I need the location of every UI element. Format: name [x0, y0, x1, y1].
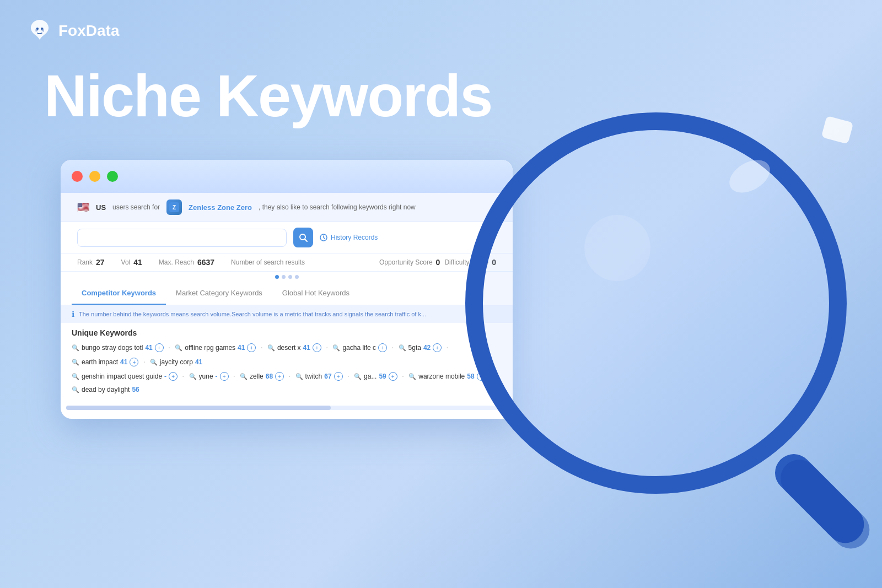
svg-rect-10 — [767, 446, 872, 551]
keyword-item-earth-impact: 🔍 earth impact 41 + — [72, 358, 138, 366]
svg-point-9 — [724, 153, 776, 199]
info-icon: ℹ — [72, 310, 74, 319]
search-mini-icon: 🔍 — [240, 373, 248, 380]
add-keyword-desert-x[interactable]: + — [313, 343, 321, 352]
svg-point-0 — [36, 28, 39, 30]
maximize-dot[interactable] — [107, 171, 118, 182]
foxdata-logo-icon — [26, 18, 53, 44]
opportunity-score-stat: Opportunity Score 0 — [379, 258, 440, 267]
scrollbar-thumb — [66, 406, 331, 410]
search-mini-icon: 🔍 — [72, 344, 79, 352]
keyword-item-5gta: 🔍 5gta 42 + — [399, 343, 442, 352]
search-mini-icon: 🔍 — [72, 359, 79, 366]
app-name-label: Zenless Zone Zero — [189, 203, 252, 212]
search-mini-icon: 🔍 — [295, 373, 303, 380]
page-dot-1[interactable] — [275, 275, 279, 279]
keyword-item-ga: 🔍 ga... 59 + — [354, 372, 397, 381]
search-mini-icon: 🔍 — [189, 373, 197, 380]
search-mini-icon: 🔍 — [354, 373, 362, 380]
search-button[interactable] — [293, 228, 313, 247]
svg-rect-11 — [773, 452, 878, 557]
add-keyword-5gta[interactable]: + — [433, 343, 442, 352]
add-keyword-warzone[interactable]: + — [477, 372, 486, 381]
keyword-item-yune: 🔍 yune - + — [189, 372, 229, 381]
browser-scrollbar[interactable] — [66, 406, 507, 410]
app-icon: Z — [166, 199, 182, 215]
info-banner-text: The number behind the keywords means sea… — [79, 311, 426, 317]
history-label: History Records — [331, 234, 378, 241]
add-keyword-bungo[interactable]: + — [155, 343, 164, 352]
browser-window: 🇺🇸 US users search for Z Zenless Zone Ze… — [61, 160, 513, 419]
page-heading: Niche Keywords — [44, 66, 492, 126]
search-mini-icon: 🔍 — [332, 344, 340, 352]
history-records-button[interactable]: History Records — [320, 234, 378, 241]
svg-line-5 — [305, 239, 307, 241]
stats-row: Rank 27 Vol 41 Max. Reach 6637 Number of… — [61, 253, 513, 272]
keyword-item-genshin: 🔍 genshin impact quest guide - + — [72, 372, 178, 381]
search-mini-icon: 🔍 — [175, 344, 182, 352]
search-prefix-text: users search for — [112, 203, 160, 211]
rank-stat: Rank 27 — [77, 258, 105, 267]
svg-text:Z: Z — [173, 204, 176, 211]
add-keyword-gacha[interactable]: + — [378, 343, 387, 352]
search-bar-area: 🇺🇸 US users search for Z Zenless Zone Ze… — [61, 193, 513, 222]
search-mini-icon: 🔍 — [72, 373, 79, 380]
keywords-row-1: 🔍 bungo stray dogs totl 41 + · 🔍 offline… — [72, 343, 502, 367]
tab-competitor-keywords[interactable]: Competitor Keywords — [72, 282, 166, 305]
add-keyword-twitch[interactable]: + — [334, 372, 343, 381]
keywords-row-2: 🔍 genshin impact quest guide - + · 🔍 yun… — [72, 371, 502, 393]
keyword-item-zelle: 🔍 zelle 68 + — [240, 372, 284, 381]
keyword-item-gacha: 🔍 gacha life c + — [332, 343, 387, 352]
vol-stat: Vol 41 — [121, 258, 142, 267]
keyword-item-offline-rpg: 🔍 offline rpg games 41 + — [175, 343, 256, 352]
unique-keywords-title: Unique Keywords — [72, 328, 502, 337]
svg-point-1 — [41, 28, 43, 30]
tab-global-hot-keywords[interactable]: Global Hot Keywords — [272, 282, 359, 305]
difficulty-score-stat: Difficulty Score 0 — [444, 258, 496, 267]
search-input-row: bungo stray dogs totl History Records — [61, 222, 513, 253]
add-keyword-offline-rpg[interactable]: + — [247, 343, 256, 352]
keyword-search-input[interactable]: bungo stray dogs totl — [77, 229, 287, 247]
browser-titlebar — [61, 160, 513, 193]
svg-point-8 — [584, 215, 650, 281]
flag-icon: 🇺🇸 — [77, 201, 89, 213]
brand-name: FoxData — [58, 22, 119, 40]
page-dot-3[interactable] — [288, 275, 292, 279]
keyword-item-dbd: 🔍 dead by daylight 56 — [72, 386, 139, 393]
svg-rect-12 — [821, 116, 854, 144]
search-mini-icon: 🔍 — [72, 386, 79, 393]
logo-area: FoxData — [26, 18, 119, 44]
keyword-item-jaycity: 🔍 jaycity corp 41 — [150, 358, 202, 366]
tabs-row: Competitor Keywords Market Category Keyw… — [61, 282, 513, 305]
search-suffix-text: , they also like to search following key… — [259, 203, 416, 211]
tab-market-category-keywords[interactable]: Market Category Keywords — [166, 282, 272, 305]
search-mini-icon: 🔍 — [267, 344, 275, 352]
search-results-stat: Number of search results — [231, 258, 305, 266]
minimize-dot[interactable] — [89, 171, 100, 182]
keyword-item-warzone: 🔍 warzone mobile 58 + — [408, 372, 485, 381]
page-dot-2[interactable] — [282, 275, 286, 279]
keywords-section: Unique Keywords 🔍 bungo stray dogs totl … — [61, 323, 513, 403]
search-mini-icon: 🔍 — [408, 373, 416, 380]
add-keyword-zelle[interactable]: + — [275, 372, 284, 381]
keyword-item-twitch: 🔍 twitch 67 + — [295, 372, 343, 381]
svg-point-7 — [474, 121, 838, 485]
add-keyword-genshin[interactable]: + — [169, 372, 178, 381]
keyword-item-bungo: 🔍 bungo stray dogs totl 41 + — [72, 343, 164, 352]
search-mini-icon: 🔍 — [399, 344, 406, 352]
add-keyword-yune[interactable]: + — [220, 372, 229, 381]
search-mini-icon: 🔍 — [150, 359, 158, 366]
add-keyword-earth-impact[interactable]: + — [130, 358, 138, 366]
add-keyword-ga[interactable]: + — [389, 372, 397, 381]
close-dot[interactable] — [72, 171, 83, 182]
keyword-item-desert-x: 🔍 desert x 41 + — [267, 343, 321, 352]
region-label: US — [96, 203, 106, 212]
info-banner: ℹ The number behind the keywords means s… — [61, 305, 513, 323]
page-dot-4[interactable] — [295, 275, 299, 279]
max-reach-stat: Max. Reach 6637 — [159, 258, 214, 267]
pagination-dots — [61, 272, 513, 282]
